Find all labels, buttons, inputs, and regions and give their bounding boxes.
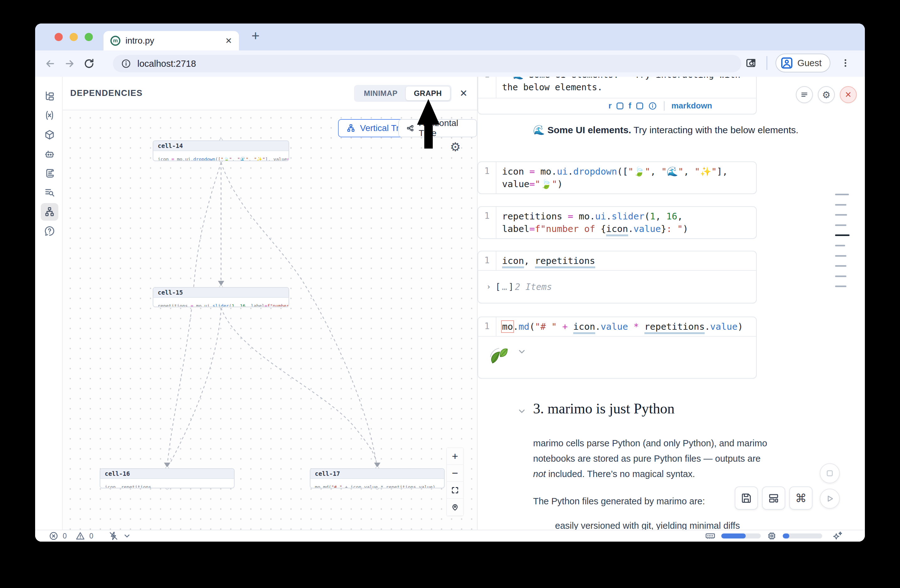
markdown-source[interactable]: **🌊 Some UI elements.** Try interacting … xyxy=(497,77,756,98)
scroll-marker[interactable] xyxy=(835,214,847,216)
code-editor[interactable]: icon, repetitions xyxy=(497,251,756,270)
scroll-marker[interactable] xyxy=(835,245,845,246)
scroll-marker[interactable] xyxy=(835,255,846,257)
raw-toggle-label: r xyxy=(608,101,611,111)
stop-kernel-button[interactable] xyxy=(820,463,840,483)
panel-close-icon[interactable]: ✕ xyxy=(460,88,467,99)
line-number: 1 xyxy=(478,162,497,193)
line-number: 1 xyxy=(478,251,497,270)
graph-canvas[interactable]: cell-14 icon = mo.ui.dropdown(["🍃", "🌊",… xyxy=(63,110,477,530)
graph-zoom-controls: + − xyxy=(447,447,464,516)
sidebar-item-help[interactable] xyxy=(41,222,58,240)
sidebar-item-packages[interactable] xyxy=(41,126,58,144)
scroll-marker[interactable] xyxy=(835,265,846,267)
node-code: icon = mo.ui.dropdown(["🍃", "🌊", "✨"], v… xyxy=(154,151,289,161)
raw-toggle-checkbox[interactable] xyxy=(616,102,624,109)
node-title: cell-14 xyxy=(154,141,289,151)
save-icon xyxy=(740,492,752,504)
graph-settings-gear-icon[interactable]: ⚙ xyxy=(450,140,461,154)
memory-usage-fill xyxy=(721,534,746,538)
warnings-icon[interactable] xyxy=(76,531,85,541)
tab-search-icon[interactable] xyxy=(745,56,758,70)
graph-node-cell-14[interactable]: cell-14 icon = mo.ui.dropdown(["🍃", "🌊",… xyxy=(153,141,289,161)
code-editor[interactable]: icon = mo.ui.dropdown(["🍃", "🌊", "✨"],va… xyxy=(497,162,756,193)
scroll-marker[interactable] xyxy=(835,275,846,277)
line-number: 1 xyxy=(478,317,497,336)
tab-graph[interactable]: GRAPH xyxy=(406,87,450,100)
cell-menu-button[interactable] xyxy=(796,86,813,103)
site-info-icon[interactable] xyxy=(121,59,131,69)
browser-menu-icon[interactable] xyxy=(838,56,852,70)
new-tab-button[interactable]: + xyxy=(251,28,260,43)
hamburger-menu-icon xyxy=(800,90,809,99)
graph-node-cell-17[interactable]: cell-17 mo.md("# " + icon.value * repeti… xyxy=(310,468,445,488)
scroll-marker[interactable] xyxy=(835,224,846,226)
status-bar: 0 0 xyxy=(35,530,865,542)
code-cell-dropdown[interactable]: 1 icon = mo.ui.dropdown(["🍃", "🌊", "✨"],… xyxy=(478,161,757,194)
sidebar-item-dependency-graph[interactable] xyxy=(41,203,58,221)
marimo-favicon: m xyxy=(110,36,120,46)
graph-node-cell-16[interactable]: cell-16 icon, repetitions xyxy=(100,468,234,488)
save-button[interactable] xyxy=(735,486,758,510)
warnings-count: 0 xyxy=(89,532,93,540)
section-collapse-chevron-icon[interactable] xyxy=(517,407,526,416)
language-label[interactable]: markdown xyxy=(671,101,712,111)
scroll-marker[interactable] xyxy=(835,286,846,287)
sidebar-item-ai-assistant[interactable] xyxy=(41,145,58,163)
errors-icon[interactable] xyxy=(49,531,58,541)
sidebar-item-variables[interactable] xyxy=(41,107,58,124)
format-toggle-checkbox[interactable] xyxy=(636,102,643,109)
window-minimize-button[interactable] xyxy=(70,33,78,41)
chevron-down-icon[interactable] xyxy=(123,532,131,540)
center-view-button[interactable] xyxy=(447,499,463,515)
cell-delete-button[interactable]: ✕ xyxy=(840,86,857,103)
layout-toggle-button[interactable] xyxy=(762,486,785,510)
zoom-out-button[interactable]: − xyxy=(447,465,463,482)
code-cell-slider[interactable]: 1 repetitions = mo.ui.slider(1, 16,label… xyxy=(478,206,757,239)
browser-tab[interactable]: m intro.py ✕ xyxy=(104,31,239,51)
fit-view-button[interactable] xyxy=(447,482,463,499)
markdown-output: 🌊 Some UI elements. Try interacting with… xyxy=(533,124,812,135)
graph-node-cell-15[interactable]: cell-15 repetitions = mo.ui.slider(1, 16… xyxy=(153,287,289,307)
output-collapse-chevron-icon[interactable] xyxy=(517,347,526,356)
node-title: cell-15 xyxy=(154,288,289,298)
info-icon[interactable] xyxy=(648,102,657,110)
horizontal-tree-icon xyxy=(407,124,414,133)
back-icon[interactable] xyxy=(43,57,57,71)
list-output[interactable]: ›[ … ] 2 Items xyxy=(478,270,756,303)
run-all-button[interactable] xyxy=(820,489,840,509)
stop-icon xyxy=(825,469,835,478)
sidebar-item-file-explorer[interactable] xyxy=(41,87,58,105)
scroll-marker[interactable] xyxy=(835,234,849,236)
sidebar-item-snippets-search[interactable] xyxy=(41,184,58,201)
cell-settings-button[interactable]: ⚙ xyxy=(818,86,835,103)
dependencies-header: DEPENDENCIES MINIMAP GRAPH ✕ xyxy=(63,77,477,110)
markdown-cell[interactable]: 1 **🌊 Some UI elements.** Try interactin… xyxy=(478,77,757,115)
screen: m intro.py ✕ + localhost:2718 xyxy=(0,0,900,588)
forward-icon[interactable] xyxy=(63,57,76,71)
keyboard-shortcuts-button[interactable]: ⌘ xyxy=(789,486,813,510)
list-search-icon xyxy=(44,187,55,198)
autorun-disabled-icon[interactable] xyxy=(109,531,118,541)
code-cell-tuple[interactable]: 1 icon, repetitions ›[ … ] 2 Items xyxy=(478,251,757,303)
horizontal-tree-button[interactable]: Horizontal Tree xyxy=(398,119,477,137)
window-zoom-button[interactable] xyxy=(85,33,93,41)
url-bar[interactable]: localhost:2718 xyxy=(113,55,741,73)
sidebar-item-logs[interactable] xyxy=(41,164,58,182)
code-editor[interactable]: repetitions = mo.ui.slider(1, 16,label=f… xyxy=(497,207,756,238)
memory-usage-bar xyxy=(721,534,761,538)
leaf-emoji-output xyxy=(488,345,510,367)
profile-button[interactable]: Guest xyxy=(776,54,830,73)
zoom-in-button[interactable]: + xyxy=(447,448,463,465)
tab-minimap[interactable]: MINIMAP xyxy=(355,87,406,100)
tab-close-icon[interactable]: ✕ xyxy=(225,36,232,46)
cell-footer: r f markdown xyxy=(478,98,756,114)
reload-icon[interactable] xyxy=(82,57,96,71)
scroll-icon xyxy=(44,168,55,179)
scroll-marker[interactable] xyxy=(835,194,849,195)
section-heading: 3. marimo is just Python xyxy=(533,400,812,417)
window-close-button[interactable] xyxy=(54,33,63,41)
ai-sparkles-icon[interactable] xyxy=(832,531,843,541)
scroll-marker[interactable] xyxy=(835,204,846,206)
code-editor[interactable]: mo.md("# " + icon.value * repetitions.va… xyxy=(497,317,756,336)
